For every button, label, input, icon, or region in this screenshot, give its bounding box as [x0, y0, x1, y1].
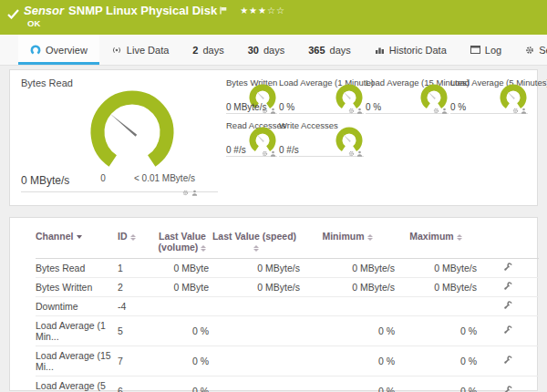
- edit-channel-icon[interactable]: [503, 263, 512, 273]
- channel-id: -4: [118, 297, 156, 316]
- mini-gauge-quick-actions: [262, 101, 276, 118]
- mini-gauge-load-average-5-minutes: Load Average (5 Minutes)0 %: [450, 77, 530, 118]
- user-icon[interactable]: [356, 101, 363, 118]
- object-kind-label: Sensor: [24, 4, 64, 17]
- maximum-value: 0 %: [395, 346, 477, 377]
- minimum-value: 0 %: [300, 346, 395, 377]
- tab-bar: OverviewLive Data2days30days365daysHisto…: [0, 35, 547, 66]
- last-value-speed: [209, 377, 300, 392]
- sort-icon: [201, 245, 206, 252]
- last-value-volume: 0 MByte: [156, 278, 209, 297]
- mini-gauge-read-accesses: Read Accesses0 #/s: [226, 120, 279, 160]
- edit-channel-icon[interactable]: [503, 301, 512, 312]
- column-header-actions: [477, 227, 539, 259]
- gear-icon[interactable]: [512, 101, 519, 118]
- last-value-speed: 0 MByte/s: [209, 259, 300, 278]
- channel-name: Bytes Written: [36, 278, 118, 297]
- edit-channel-icon[interactable]: [503, 386, 512, 392]
- mini-gauge-write-accesses: Write Accesses0 #/s: [279, 120, 366, 160]
- tab-label: Overview: [46, 45, 88, 56]
- channel-row-bytes-read: Bytes Read10 MByte0 MByte/s0 MByte/s0 MB…: [36, 259, 539, 278]
- channel-id: 7: [118, 346, 156, 377]
- bar-chart-icon: [375, 46, 385, 55]
- maximum-value: [395, 297, 477, 316]
- edit-channel-icon[interactable]: [503, 325, 512, 336]
- maximum-value: 0 %: [395, 316, 477, 346]
- channel-row-load-average-1-min: Load Average (1 Min...50 %0 %0 %: [36, 316, 539, 346]
- mini-gauge-value: 0 #/s: [279, 145, 299, 155]
- column-header-maximum[interactable]: Maximum: [395, 227, 477, 259]
- broadcast-icon: [111, 46, 122, 55]
- tab-label: Log: [485, 45, 501, 56]
- last-value-speed: [209, 297, 300, 316]
- tab-number: 30: [248, 45, 259, 56]
- tab-365-days[interactable]: 365days: [296, 35, 363, 65]
- priority-stars[interactable]: ★★★☆☆: [240, 5, 285, 15]
- channel-row-load-average-15-mi: Load Average (15 Mi...70 %0 %0 %: [36, 346, 539, 377]
- mini-gauge-title: Write Accesses: [279, 120, 338, 130]
- gear-icon[interactable]: [348, 101, 355, 118]
- user-icon[interactable]: [356, 144, 363, 160]
- gear-icon: [525, 46, 534, 55]
- channel-name: Load Average (15 Mi...: [36, 346, 118, 377]
- tab-label: days: [263, 45, 284, 56]
- user-icon[interactable]: [270, 144, 276, 160]
- mini-gauge-load-average-15-minutes: Load Average (15 Minutes)0 %: [366, 77, 450, 118]
- tab-log[interactable]: Log: [459, 35, 513, 65]
- gauge-scale-min: 0: [92, 173, 114, 183]
- user-icon[interactable]: [270, 101, 276, 118]
- edit-channel-icon[interactable]: [503, 282, 512, 293]
- channel-table: ChannelIDLast Value (volume)Last Value (…: [36, 227, 539, 392]
- status-check-icon: [7, 6, 19, 23]
- main-gauge-value: 0 MByte/s: [21, 174, 69, 187]
- sensor-name: SNMP Linux Physical Disk: [68, 4, 217, 17]
- mini-gauge-load-average-1-minute: Load Average (1 Minute)0 %: [279, 77, 366, 118]
- tab-live-data[interactable]: Live Data: [99, 35, 181, 65]
- mini-gauge-value: 0 %: [450, 102, 466, 112]
- channel-row-downtime: Downtime-4: [36, 297, 539, 316]
- column-header-last-value-volume[interactable]: Last Value (volume): [156, 227, 209, 259]
- channel-id: 1: [118, 259, 156, 278]
- channel-id: 2: [118, 278, 156, 297]
- mini-gauge-quick-actions: [512, 101, 527, 118]
- edit-channel-icon[interactable]: [503, 356, 512, 366]
- tab-historic-data[interactable]: Historic Data: [363, 35, 459, 65]
- channel-row-load-average-5-min: Load Average (5 Min...60 %0 %0 %: [36, 377, 539, 392]
- user-icon[interactable]: [441, 101, 448, 118]
- column-header-id[interactable]: ID: [118, 227, 156, 259]
- last-value-volume: 0 %: [156, 377, 209, 392]
- minimum-value: 0 %: [300, 377, 395, 392]
- user-icon[interactable]: [191, 183, 198, 200]
- gear-icon[interactable]: [433, 101, 439, 118]
- mini-gauge-quick-actions: [433, 101, 448, 118]
- column-header-last-value-speed[interactable]: Last Value (speed): [209, 227, 300, 259]
- window-icon: [470, 46, 480, 54]
- sort-icon: [130, 234, 136, 241]
- gear-icon[interactable]: [262, 101, 268, 118]
- mini-gauge-value: 0 MByte/s: [226, 102, 266, 112]
- sort-icon: [367, 234, 373, 241]
- gear-icon[interactable]: [182, 183, 189, 200]
- channel-name: Bytes Read: [36, 259, 118, 278]
- tab-settings[interactable]: Settings: [513, 35, 547, 65]
- tab-overview[interactable]: Overview: [18, 35, 99, 65]
- channel-name: Downtime: [36, 297, 118, 316]
- mini-gauge-value: 0 %: [279, 102, 294, 112]
- last-value-volume: 0 %: [156, 316, 209, 346]
- column-header-minimum[interactable]: Minimum: [300, 227, 395, 259]
- status-badge: OK: [27, 18, 40, 28]
- last-value-speed: [209, 316, 300, 346]
- column-header-channel[interactable]: Channel: [36, 227, 118, 259]
- tab-label: Settings: [539, 45, 547, 56]
- gauge-scale-max: < 0.01 MByte/s: [134, 173, 195, 183]
- tab-label: days: [202, 45, 223, 56]
- channel-name: Load Average (1 Min...: [36, 316, 118, 346]
- mini-gauge-value: 0 %: [366, 102, 381, 112]
- tab-30-days[interactable]: 30days: [236, 35, 297, 65]
- user-icon[interactable]: [521, 101, 527, 118]
- channel-table-panel: ChannelIDLast Value (volume)Last Value (…: [9, 217, 538, 391]
- gear-icon[interactable]: [348, 144, 355, 160]
- gear-icon[interactable]: [262, 144, 268, 160]
- tab-2-days[interactable]: 2days: [181, 35, 235, 65]
- main-gauge-title: Bytes Read: [21, 77, 73, 88]
